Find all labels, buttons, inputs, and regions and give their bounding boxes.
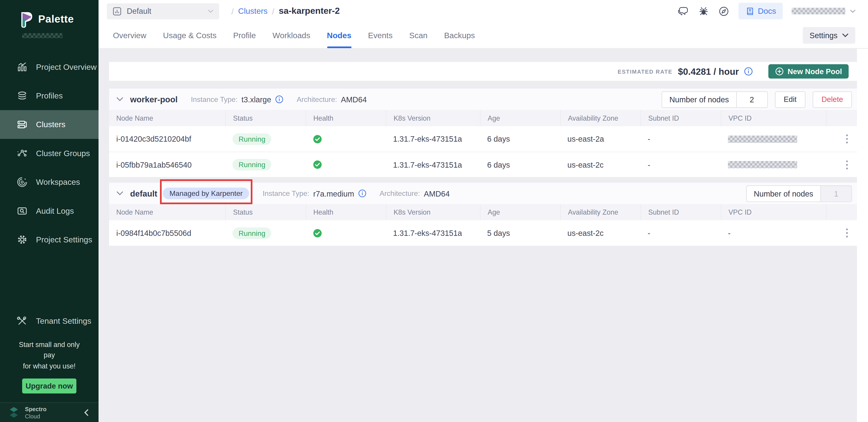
kebab-menu-icon[interactable] bbox=[846, 228, 848, 238]
col-k8s-version: K8s Version bbox=[386, 204, 480, 220]
pool-header: default Managed by Karpenter Instance Ty… bbox=[109, 183, 857, 204]
col-health: Health bbox=[306, 204, 386, 220]
node-age: 6 days bbox=[480, 160, 560, 169]
sidebar-item-label: Audit Logs bbox=[36, 206, 74, 215]
info-icon[interactable] bbox=[275, 95, 283, 103]
nodes-table-header: Node Name Status Health K8s Version Age … bbox=[109, 204, 857, 220]
node-k8s-version: 1.31.7-eks-473151a bbox=[386, 229, 480, 237]
redacted-username bbox=[792, 8, 845, 14]
sidebar-item-project-settings[interactable]: Project Settings bbox=[0, 225, 98, 254]
col-node-name: Node Name bbox=[109, 204, 225, 220]
delete-pool-button[interactable]: Delete bbox=[813, 91, 852, 107]
col-age: Age bbox=[480, 110, 560, 126]
sidebar-item-label: Workspaces bbox=[36, 177, 80, 186]
info-icon[interactable] bbox=[358, 189, 366, 198]
node-name: i-01420c3d5210204bf bbox=[109, 134, 225, 143]
nodes-content: ESTIMATED RATE $0.4281 / hour New Node P… bbox=[98, 49, 857, 422]
edit-pool-button[interactable]: Edit bbox=[775, 91, 805, 107]
node-status: Running bbox=[225, 159, 306, 170]
settings-label: Settings bbox=[809, 31, 837, 39]
sidebar-footer: Spectro Cloud bbox=[0, 402, 98, 422]
audit-search-icon bbox=[17, 205, 28, 217]
node-az: us-east-2c bbox=[560, 160, 641, 169]
estimated-rate-value: $0.4281 / hour bbox=[678, 66, 739, 77]
node-subnet: - bbox=[641, 134, 721, 143]
chevron-down-icon bbox=[850, 9, 856, 13]
layers-icon bbox=[17, 90, 28, 101]
estimated-rate-label: ESTIMATED RATE bbox=[618, 68, 672, 74]
number-of-nodes-value[interactable]: 2 bbox=[736, 92, 767, 107]
settings-button[interactable]: Settings bbox=[803, 27, 855, 43]
health-check-icon bbox=[313, 134, 322, 144]
sidebar-item-profiles[interactable]: Profiles bbox=[0, 81, 98, 110]
main-area: Default / Clusters / sa-karpenter-2 bbox=[98, 0, 868, 422]
kebab-menu-icon[interactable] bbox=[846, 160, 848, 170]
node-subnet: - bbox=[641, 160, 721, 169]
number-of-nodes-control: Number of nodes 2 bbox=[662, 91, 768, 107]
tab-backups[interactable]: Backups bbox=[444, 22, 475, 48]
chat-icon[interactable] bbox=[676, 5, 689, 17]
sidebar-item-label: Cluster Groups bbox=[36, 149, 90, 158]
app-root: Palette Project Overview Profiles bbox=[0, 0, 868, 422]
node-status: Running bbox=[225, 133, 306, 144]
instance-type-value: r7a.medium bbox=[313, 189, 354, 198]
user-menu[interactable] bbox=[792, 8, 856, 14]
upgrade-now-button[interactable]: Upgrade now bbox=[22, 379, 76, 393]
gear-icon bbox=[17, 234, 28, 245]
docs-button[interactable]: Docs bbox=[739, 3, 783, 19]
node-age: 5 days bbox=[480, 229, 560, 237]
node-health bbox=[306, 134, 386, 144]
col-subnet-id: Subnet ID bbox=[641, 110, 721, 126]
breadcrumb-clusters-link[interactable]: Clusters bbox=[238, 6, 268, 15]
sidebar-item-audit-logs[interactable]: Audit Logs bbox=[0, 197, 98, 225]
pool-name: default bbox=[130, 189, 157, 198]
sidebar-collapse-icon[interactable] bbox=[84, 409, 89, 416]
tab-workloads[interactable]: Workloads bbox=[273, 22, 310, 48]
bug-report-icon[interactable] bbox=[698, 5, 709, 17]
sidebar-item-cluster-groups[interactable]: Cluster Groups bbox=[0, 139, 98, 168]
sidebar-item-label: Profiles bbox=[36, 91, 63, 100]
project-selector-value: Default bbox=[127, 6, 151, 15]
sidebar-item-workspaces[interactable]: Workspaces bbox=[0, 168, 98, 196]
row-actions bbox=[826, 228, 857, 238]
docs-label: Docs bbox=[758, 6, 776, 15]
node-health bbox=[306, 160, 386, 169]
managed-by-karpenter-badge: Managed by Karpenter bbox=[163, 188, 249, 199]
tab-scan[interactable]: Scan bbox=[409, 22, 428, 48]
pool-controls: Number of nodes 2 Edit Delete bbox=[662, 91, 852, 107]
info-icon[interactable] bbox=[744, 67, 753, 76]
palette-logo-icon bbox=[19, 11, 33, 28]
sidebar-item-project-overview[interactable]: Project Overview bbox=[0, 53, 98, 81]
number-of-nodes-label: Number of nodes bbox=[662, 92, 736, 107]
tab-usage-costs[interactable]: Usage & Costs bbox=[163, 22, 216, 48]
row-actions bbox=[826, 160, 857, 170]
number-of-nodes-value: 1 bbox=[820, 186, 851, 201]
sidebar-item-label: Project Settings bbox=[36, 235, 92, 244]
collapse-caret-icon[interactable] bbox=[116, 97, 123, 102]
instance-type-value: t3.xlarge bbox=[241, 95, 271, 104]
node-health bbox=[306, 228, 386, 238]
top-bar: Default / Clusters / sa-karpenter-2 bbox=[98, 0, 868, 22]
tab-nodes[interactable]: Nodes bbox=[327, 22, 352, 48]
architecture-label: Architecture: bbox=[297, 95, 337, 103]
col-health: Health bbox=[306, 110, 386, 126]
pool-controls: Number of nodes 1 bbox=[746, 185, 852, 201]
redacted-project-label bbox=[22, 33, 63, 38]
collapse-caret-icon[interactable] bbox=[116, 191, 123, 196]
node-az: us-east-2c bbox=[560, 229, 641, 237]
help-compass-icon[interactable] bbox=[718, 5, 730, 17]
node-name: i-05fbb79a1ab546540 bbox=[109, 160, 225, 169]
tab-profile[interactable]: Profile bbox=[233, 22, 256, 48]
project-selector[interactable]: Default bbox=[107, 3, 219, 19]
servers-icon bbox=[17, 119, 28, 130]
kebab-menu-icon[interactable] bbox=[846, 134, 848, 144]
col-actions bbox=[826, 204, 857, 220]
tab-overview[interactable]: Overview bbox=[113, 22, 147, 48]
table-row: i-0984f14b0c7b5506d Running 1.31.7-eks-4… bbox=[109, 220, 857, 246]
new-node-pool-button[interactable]: New Node Pool bbox=[768, 64, 848, 78]
tab-events[interactable]: Events bbox=[368, 22, 393, 48]
chevron-down-icon bbox=[842, 33, 848, 37]
sidebar-item-tenant-settings[interactable]: Tenant Settings bbox=[0, 306, 98, 335]
node-vpc bbox=[721, 135, 826, 142]
sidebar-item-clusters[interactable]: Clusters bbox=[0, 110, 98, 139]
